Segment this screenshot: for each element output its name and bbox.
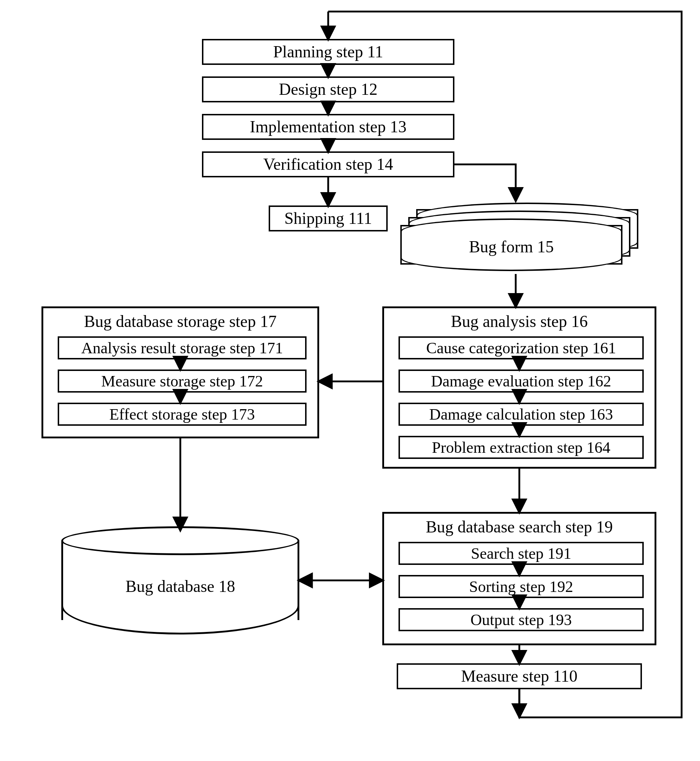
bug-analysis-item-3: Problem extraction step 164	[398, 436, 644, 459]
bug-analysis-title: Bug analysis step 16	[384, 312, 655, 331]
verification-step: Verification step 14	[202, 151, 455, 177]
shipping-step: Shipping 111	[269, 206, 388, 231]
bug-storage-title: Bug database storage step 17	[43, 312, 317, 331]
bug-analysis-item-2: Damage calculation step 163	[398, 403, 644, 426]
bug-search-item-1-label: Sorting step 192	[469, 577, 573, 596]
planning-label: Planning step 11	[273, 43, 383, 61]
measure-label: Measure step 110	[461, 667, 578, 686]
bug-search-item-1: Sorting step 192	[398, 575, 644, 598]
bug-search-item-0: Search step 191	[398, 542, 644, 565]
bug-analysis-item-1-label: Damage evaluation step 162	[431, 372, 611, 390]
design-label: Design step 12	[279, 80, 377, 99]
bug-storage-item-0-label: Analysis result storage step 171	[81, 339, 283, 357]
bug-storage-item-2-label: Effect storage step 173	[109, 405, 255, 424]
bug-search-item-2: Output step 193	[398, 608, 644, 631]
shipping-label: Shipping 111	[284, 209, 372, 228]
bug-analysis-group: Bug analysis step 16 Cause categorizatio…	[382, 306, 656, 469]
bug-storage-item-0: Analysis result storage step 171	[58, 336, 306, 359]
bug-search-group: Bug database search step 19 Search step …	[382, 512, 656, 645]
verification-label: Verification step 14	[263, 155, 393, 174]
bug-analysis-item-0: Cause categorization step 161	[398, 336, 644, 359]
bug-form-label: Bug form 15	[402, 237, 621, 256]
bug-database-label: Bug database 18	[61, 577, 299, 596]
bug-analysis-item-3-label: Problem extraction step 164	[432, 438, 611, 457]
bug-storage-item-2: Effect storage step 173	[58, 403, 306, 426]
measure-step: Measure step 110	[397, 663, 642, 689]
bug-search-title: Bug database search step 19	[384, 517, 655, 536]
bug-form-stack: Bug form 15	[400, 209, 638, 267]
bug-storage-group: Bug database storage step 17 Analysis re…	[41, 306, 319, 438]
bug-database: Bug database 18	[61, 526, 299, 635]
implementation-label: Implementation step 13	[250, 118, 406, 136]
design-step: Design step 12	[202, 76, 455, 102]
bug-analysis-item-1: Damage evaluation step 162	[398, 370, 644, 393]
planning-step: Planning step 11	[202, 39, 455, 65]
bug-storage-item-1: Measure storage step 172	[58, 370, 306, 393]
bug-analysis-item-0-label: Cause categorization step 161	[426, 339, 616, 357]
bug-analysis-item-2-label: Damage calculation step 163	[429, 405, 613, 424]
bug-search-item-0-label: Search step 191	[471, 544, 572, 563]
bug-form-doc: Bug form 15	[400, 225, 622, 265]
bug-storage-item-1-label: Measure storage step 172	[102, 372, 263, 390]
implementation-step: Implementation step 13	[202, 114, 455, 140]
bug-search-item-2-label: Output step 193	[470, 611, 572, 629]
